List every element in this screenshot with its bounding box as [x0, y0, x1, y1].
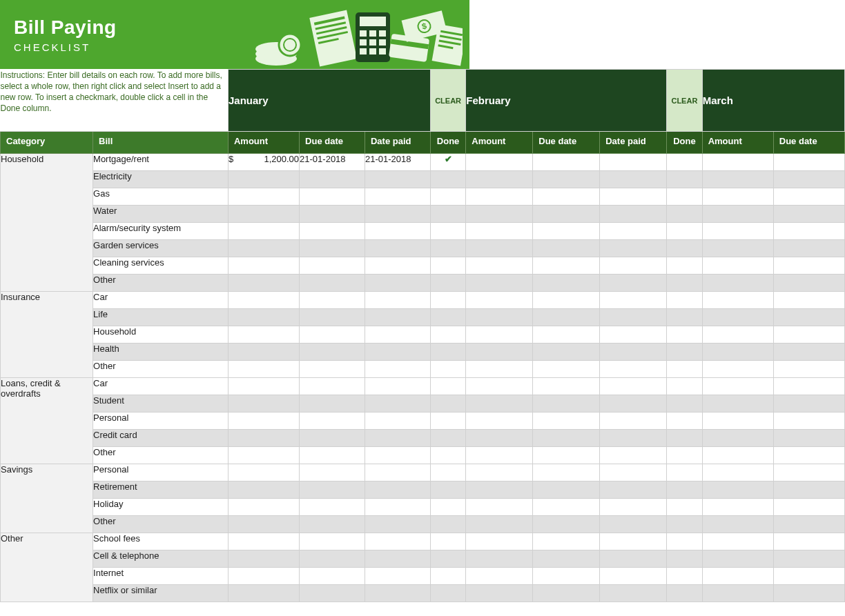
due-date-cell[interactable] — [533, 344, 600, 361]
done-cell[interactable] — [430, 516, 466, 533]
bill-name-cell[interactable]: School fees — [93, 533, 229, 550]
amount-cell[interactable] — [702, 378, 773, 395]
amount-cell[interactable] — [466, 378, 533, 395]
date-paid-cell[interactable] — [365, 188, 430, 206]
date-paid-cell[interactable] — [365, 223, 430, 240]
amount-cell[interactable] — [466, 516, 533, 533]
amount-cell[interactable] — [702, 275, 773, 292]
date-paid-cell[interactable] — [365, 171, 430, 188]
due-date-cell[interactable] — [533, 550, 600, 568]
amount-cell[interactable] — [228, 568, 299, 585]
date-paid-cell[interactable] — [365, 292, 430, 309]
amount-cell[interactable] — [466, 585, 533, 602]
amount-cell[interactable] — [228, 292, 299, 309]
done-cell[interactable] — [667, 568, 703, 585]
due-date-cell[interactable] — [300, 585, 365, 602]
bill-name-cell[interactable]: Gas — [93, 188, 229, 206]
due-date-cell[interactable] — [300, 516, 365, 533]
amount-cell[interactable] — [466, 395, 533, 413]
due-date-cell[interactable] — [773, 240, 844, 257]
amount-cell[interactable] — [228, 585, 299, 602]
amount-cell[interactable] — [228, 464, 299, 481]
due-date-cell[interactable] — [773, 223, 844, 240]
amount-cell[interactable] — [228, 240, 299, 257]
done-cell[interactable] — [430, 499, 466, 516]
amount-cell[interactable] — [466, 361, 533, 378]
amount-cell[interactable] — [702, 395, 773, 413]
due-date-cell[interactable] — [773, 516, 844, 533]
amount-cell[interactable] — [466, 326, 533, 344]
bill-name-cell[interactable]: Student — [93, 395, 229, 413]
date-paid-cell[interactable] — [365, 430, 430, 447]
due-date-cell[interactable] — [773, 499, 844, 516]
done-cell[interactable] — [430, 309, 466, 326]
bill-name-cell[interactable]: Water — [93, 206, 229, 223]
done-cell[interactable] — [430, 326, 466, 344]
amount-cell[interactable] — [466, 257, 533, 275]
date-paid-cell[interactable] — [600, 413, 667, 430]
done-cell[interactable] — [430, 344, 466, 361]
bill-name-cell[interactable]: Other — [93, 361, 229, 378]
done-cell[interactable] — [667, 326, 703, 344]
amount-cell[interactable] — [702, 171, 773, 188]
amount-cell[interactable] — [228, 516, 299, 533]
amount-cell[interactable] — [228, 188, 299, 206]
amount-cell[interactable] — [228, 326, 299, 344]
amount-cell[interactable] — [702, 206, 773, 223]
done-cell[interactable] — [430, 378, 466, 395]
done-cell[interactable] — [667, 292, 703, 309]
due-date-cell[interactable] — [533, 499, 600, 516]
due-date-cell[interactable] — [533, 585, 600, 602]
amount-cell[interactable] — [466, 154, 533, 171]
due-date-cell[interactable] — [300, 395, 365, 413]
amount-cell[interactable] — [702, 188, 773, 206]
date-paid-cell[interactable] — [365, 309, 430, 326]
done-cell[interactable] — [667, 344, 703, 361]
done-cell[interactable] — [430, 395, 466, 413]
done-cell[interactable] — [430, 292, 466, 309]
due-date-cell[interactable] — [533, 257, 600, 275]
due-date-cell[interactable] — [300, 550, 365, 568]
due-date-cell[interactable] — [773, 292, 844, 309]
bill-name-cell[interactable]: Alarm/security system — [93, 223, 229, 240]
done-cell[interactable] — [667, 309, 703, 326]
due-date-cell[interactable] — [533, 378, 600, 395]
amount-cell[interactable] — [228, 344, 299, 361]
bill-name-cell[interactable]: Personal — [93, 413, 229, 430]
amount-cell[interactable] — [702, 413, 773, 430]
due-date-cell[interactable] — [533, 275, 600, 292]
date-paid-cell[interactable] — [600, 292, 667, 309]
done-cell[interactable] — [667, 585, 703, 602]
amount-cell[interactable] — [228, 361, 299, 378]
done-cell[interactable] — [430, 430, 466, 447]
done-cell[interactable] — [667, 171, 703, 188]
due-date-cell[interactable] — [773, 344, 844, 361]
amount-cell[interactable] — [228, 447, 299, 464]
date-paid-cell[interactable] — [600, 223, 667, 240]
done-cell[interactable] — [667, 223, 703, 240]
due-date-cell[interactable] — [773, 481, 844, 499]
due-date-cell[interactable] — [533, 516, 600, 533]
done-cell[interactable] — [667, 533, 703, 550]
date-paid-cell[interactable] — [365, 275, 430, 292]
due-date-cell[interactable] — [300, 223, 365, 240]
bill-name-cell[interactable]: Retirement — [93, 481, 229, 499]
bill-name-cell[interactable]: Household — [93, 326, 229, 344]
due-date-cell[interactable] — [300, 447, 365, 464]
amount-cell[interactable] — [228, 275, 299, 292]
due-date-cell[interactable] — [533, 568, 600, 585]
amount-cell[interactable] — [466, 481, 533, 499]
amount-cell[interactable] — [466, 413, 533, 430]
done-cell[interactable] — [430, 240, 466, 257]
due-date-cell[interactable] — [300, 568, 365, 585]
due-date-cell[interactable] — [533, 188, 600, 206]
due-date-cell[interactable] — [773, 257, 844, 275]
done-cell[interactable] — [667, 550, 703, 568]
due-date-cell[interactable] — [300, 275, 365, 292]
due-date-cell[interactable] — [300, 413, 365, 430]
date-paid-cell[interactable] — [600, 499, 667, 516]
done-cell[interactable] — [430, 206, 466, 223]
due-date-cell[interactable] — [773, 395, 844, 413]
due-date-cell[interactable] — [773, 275, 844, 292]
bill-name-cell[interactable]: Mortgage/rent — [93, 154, 229, 171]
